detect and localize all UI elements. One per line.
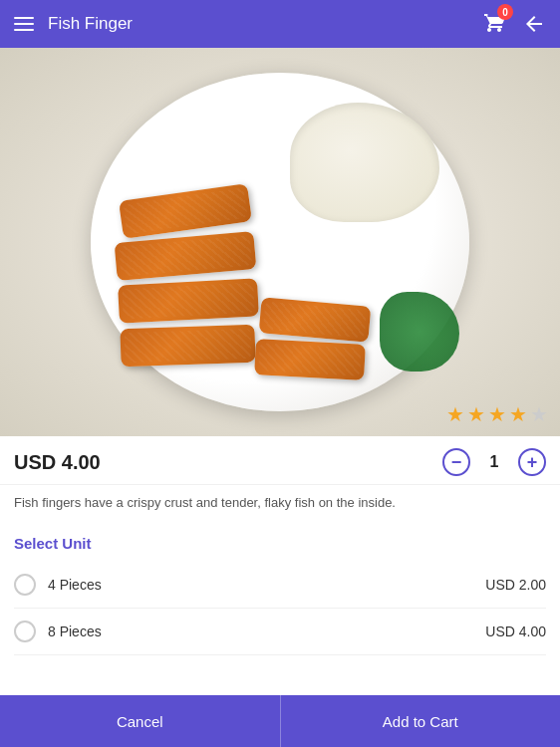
radio-4-pieces[interactable] bbox=[14, 574, 36, 596]
cancel-button[interactable]: Cancel bbox=[0, 695, 281, 747]
star-1: ★ bbox=[446, 402, 464, 426]
add-to-cart-button[interactable]: Add to Cart bbox=[281, 695, 561, 747]
fish-finger-1 bbox=[119, 183, 252, 239]
fish-finger-2 bbox=[115, 231, 257, 281]
quantity-control: − 1 + bbox=[442, 448, 546, 476]
unit-label-8-pieces: 8 Pieces bbox=[48, 623, 102, 639]
radio-8-pieces[interactable] bbox=[14, 621, 36, 642]
product-image: ★ ★ ★ ★ ★ bbox=[0, 48, 560, 436]
star-3: ★ bbox=[488, 402, 506, 426]
unit-price-8-pieces: USD 4.00 bbox=[485, 623, 546, 639]
product-price: USD 4.00 bbox=[14, 451, 101, 474]
unit-price-4-pieces: USD 2.00 bbox=[485, 577, 546, 593]
app-header: Fish Finger 0 bbox=[0, 0, 560, 48]
star-4: ★ bbox=[509, 402, 527, 426]
price-row: USD 4.00 − 1 + bbox=[0, 436, 560, 485]
fish-finger-6 bbox=[254, 339, 366, 380]
back-icon[interactable] bbox=[522, 12, 546, 36]
mash-decoration bbox=[290, 103, 439, 222]
header-left: Fish Finger bbox=[14, 14, 133, 34]
menu-icon[interactable] bbox=[14, 17, 34, 31]
decrease-quantity-button[interactable]: − bbox=[442, 448, 470, 476]
increase-quantity-button[interactable]: + bbox=[518, 448, 546, 476]
fish-finger-3 bbox=[118, 278, 259, 323]
header-right: 0 bbox=[482, 10, 546, 38]
unit-option-8-pieces[interactable]: 8 Pieces USD 4.00 bbox=[14, 609, 546, 655]
bottom-action-bar: Cancel Add to Cart bbox=[0, 695, 560, 747]
select-unit-title: Select Unit bbox=[14, 535, 546, 552]
select-unit-section: Select Unit 4 Pieces USD 2.00 8 Pieces U… bbox=[0, 525, 560, 655]
page-title: Fish Finger bbox=[48, 14, 133, 34]
rating-stars: ★ ★ ★ ★ ★ bbox=[446, 402, 548, 426]
unit-label-4-pieces: 4 Pieces bbox=[48, 577, 102, 593]
quantity-value: 1 bbox=[484, 453, 504, 471]
unit-option-4-pieces[interactable]: 4 Pieces USD 2.00 bbox=[14, 562, 546, 609]
cart-icon-wrap[interactable]: 0 bbox=[482, 10, 506, 38]
fish-finger-5 bbox=[259, 297, 372, 342]
star-5: ★ bbox=[530, 402, 548, 426]
star-2: ★ bbox=[467, 402, 485, 426]
cart-badge: 0 bbox=[497, 4, 513, 20]
fish-finger-4 bbox=[120, 325, 255, 368]
product-description: Fish fingers have a crispy crust and ten… bbox=[0, 485, 560, 525]
herb-decoration bbox=[380, 292, 459, 372]
